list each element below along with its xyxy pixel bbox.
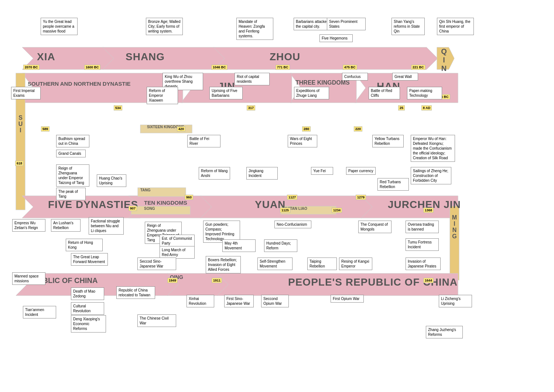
note-return-hk: Return of Hong Kong — [66, 239, 103, 251]
timeline-container: XIA SHANG ZHOU QIN HAN THREE KINGDOMS JI… — [0, 0, 554, 392]
year-2070bc: 2070 BC — [23, 65, 40, 70]
svg-marker-2 — [213, 47, 438, 69]
note-uprising-five: Uprising of Five Barbarians — [209, 87, 243, 99]
note-emperor-wu-han: Emperor Wu of Han: Defeated Xiongnu; mad… — [411, 135, 455, 162]
note-battle-fei: Battle of Fei River — [187, 135, 220, 147]
note-battle-red-cliffs: Battle of Red Cliffs — [369, 87, 400, 99]
dynasty-label-khitan-liao: SONG — [144, 206, 155, 211]
note-reform-xiaowen: Reform of Emperor Xiaowen — [147, 87, 178, 104]
note-jingkang: Jingkang Incident — [246, 167, 278, 180]
note-death-mao: Death of Mao Zedong — [71, 287, 104, 300]
year-8ad: 8 AD — [421, 105, 432, 110]
note-boxers: Boxers Rebellion; Invasion of Eight Alli… — [206, 256, 241, 273]
note-chinese-civil-war: The Chinese Civil War — [137, 314, 176, 327]
year-1949: 1949 — [167, 278, 178, 283]
year-420: 420 — [177, 126, 185, 132]
note-conquest-mongols: The Conquest of Mongols — [358, 221, 391, 233]
year-1046bc: 1046 BC — [211, 65, 228, 70]
year-1127: 1127 — [287, 195, 297, 200]
note-grand-canals: Grand Canals — [56, 150, 86, 157]
note-expeditions-zhuge: Expeditions of Zhuge Liang — [294, 87, 329, 99]
note-long-march: Long March of Red Army — [160, 246, 195, 259]
year-317: 317 — [247, 105, 255, 110]
note-bronze-age: Bronze Age; Walled City; Early forms of … — [146, 18, 183, 35]
note-yue-fei: Yue Fei — [311, 167, 333, 175]
year-618: 618 — [15, 161, 24, 166]
note-manned-space: Manned space missions — [12, 272, 45, 285]
dynasty-label-zhou: ZHOU — [270, 51, 300, 63]
year-280: 280 — [302, 126, 311, 132]
year-221bc: 221 BC — [411, 65, 425, 70]
note-budhism: Budhism spread out in China — [56, 135, 89, 147]
note-paper-currency: Paper currency — [346, 167, 376, 175]
note-an-lushan: An Lushan's Rebellion — [51, 219, 81, 232]
note-hundred-days: Hundred Days; Reform — [264, 239, 297, 252]
dynasty-label-shang: SHANG — [126, 51, 165, 63]
note-red-turbans: Red Turbans Rebellion — [377, 178, 409, 191]
note-tian-incident: Tian'anmen Incident — [23, 306, 56, 318]
dynasty-label-three-kingdoms: THREE KINGDOMS — [295, 79, 350, 86]
dynasty-label-ten-kingdoms: TANG — [140, 188, 151, 192]
note-reign-zhenguana-tang: Reign of Zhenguana under Emperor Taizong… — [56, 164, 89, 187]
note-first-imperial: First Imperial Exams — [11, 87, 41, 99]
year-1911: 1911 — [212, 278, 222, 283]
dynasty-label-qin: QIN — [440, 47, 448, 73]
note-neo-confucianism: Neo-Confucianism — [274, 221, 311, 228]
note-oversea-trading: Oversea trading is banned — [406, 221, 439, 233]
year-25: 25 — [398, 105, 405, 110]
note-first-opium: First Opium War — [331, 295, 364, 303]
note-first-sino-japanese: First Sino-Japanese War — [224, 295, 254, 307]
note-roc-relocate: Republic of China relocated to Taiwan — [116, 286, 155, 299]
note-great-wall: Great Wall — [392, 73, 418, 81]
note-resing-kangxi: Resing of Kangxi Emperor — [339, 258, 372, 270]
year-1600bc: 1600 BC — [84, 65, 100, 70]
year-475bc: 475 BC — [343, 65, 357, 70]
note-reform-wang: Reform of Wang Anshi — [199, 167, 230, 180]
note-taiping: Taiping Rebellion — [307, 258, 337, 270]
dynasty-label-five-dynasties: TEN KINGDOMS — [144, 200, 187, 206]
year-907: 907 — [129, 206, 137, 211]
dynasty-label-ming: MING — [451, 214, 458, 239]
dynasty-label-tang: FIVE DYNASTIES — [48, 199, 138, 211]
note-self-strengthen: Self-Strengthen Movement — [257, 258, 293, 270]
note-may-4th: May 4th Movement — [222, 239, 256, 252]
note-shan-yang: Shan Yang's reforms in State Qin — [391, 18, 425, 35]
svg-marker-10 — [129, 196, 212, 218]
note-peak-tang: The peak of Tang — [56, 188, 86, 200]
note-confucius: Confucius — [342, 73, 368, 81]
note-cultural-rev: Cultural Revolution — [71, 302, 104, 315]
note-riot-capital: Riot of capital residents — [235, 73, 270, 85]
note-factional: Factional struggle between Niu and Li cl… — [89, 217, 124, 235]
note-five-hegemons: Five Hegemons — [319, 34, 353, 42]
dynasty-label-xia: XIA — [37, 51, 55, 63]
note-mandate-heaven: Mandate of Heaven: Zongfa and Fenfeng sy… — [236, 18, 273, 40]
year-589: 589 — [41, 126, 49, 132]
note-seven-prominent: Seven Prominent States — [327, 18, 366, 30]
note-li-zicheng: Li Zicheng's Uprising — [439, 295, 472, 307]
year-1279: 1279 — [356, 195, 366, 200]
dynasty-label-southern-northern: SOUTHERN AND NORTHEN DYNASTIE — [28, 81, 131, 87]
svg-rect-15 — [131, 206, 190, 214]
note-tumu-fortress: Tumu Fortress Incident — [406, 238, 439, 251]
year-1368: 1368 — [423, 208, 434, 213]
note-est-communist: Est. of Communist Party — [160, 235, 195, 247]
note-great-leap: The Great Leap Forward Movement — [71, 253, 108, 266]
year-960: 960 — [185, 195, 193, 200]
note-invasion-pirates: Invasion of Japanese Pirates — [406, 258, 441, 270]
note-huang-chao: Huang Chao's Uprising — [97, 174, 126, 187]
dynasty-label-sui: SUI — [17, 115, 24, 133]
note-yu-great: Yu the Great lead people overcame a mass… — [41, 18, 78, 35]
note-zhang-juzheng: Zhang Juzheng's Reforms — [426, 326, 463, 338]
year-1234: 1234 — [332, 208, 342, 213]
year-534: 534 — [114, 105, 122, 110]
note-yellow-turbans: Yellow Turbans Rebellion — [372, 135, 404, 147]
note-second-sino: Seccod Sino-Japanese War — [137, 258, 176, 270]
note-sailings-zheng: Sailings of Zheng He; Construction of Fo… — [411, 167, 451, 184]
year-1644: 1644 — [423, 278, 434, 283]
note-xinhai: Xinhai Revolution — [187, 295, 214, 307]
note-qin-shi: Qin Shi Huang, the first emperor of Chin… — [437, 18, 474, 35]
note-wars-eight: Wars of Eight Princes — [288, 135, 317, 147]
year-1125: 1125 — [280, 208, 290, 213]
year-220: 220 — [354, 126, 362, 132]
year-771bc: 771 BC — [276, 65, 290, 70]
